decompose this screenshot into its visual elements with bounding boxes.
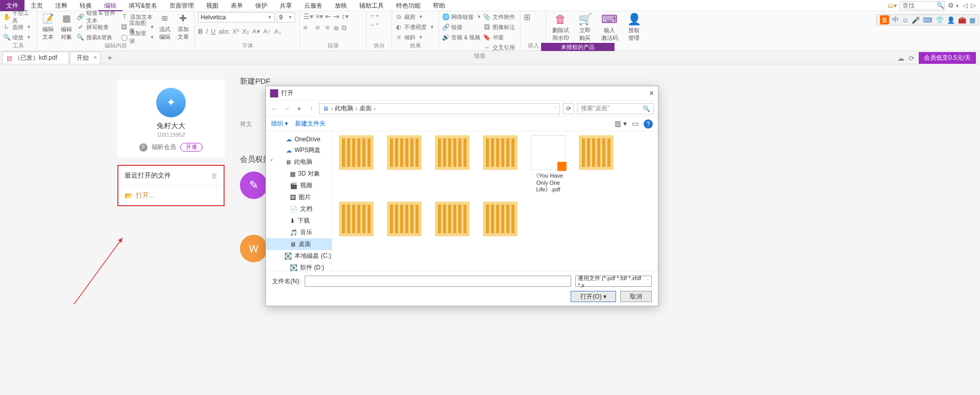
dialog-help-button[interactable]: ? (644, 119, 653, 129)
nav-fwd-icon[interactable]: ▷ (971, 2, 976, 9)
tree-node[interactable]: ☁ OneDrive (266, 134, 332, 144)
line-spacing-button[interactable]: ↕▾ (341, 12, 349, 20)
ime-keyboard-icon[interactable]: ⌨ (923, 16, 933, 24)
bookmark-button[interactable]: 🔖书签 (483, 33, 515, 42)
filetype-select[interactable]: 通用文件 (*.pdf *.fdf *.xfdf *.x˅ (575, 276, 652, 287)
align-left-button[interactable]: ≡ (303, 23, 313, 32)
shrink-font-button[interactable]: A↓ (274, 28, 282, 35)
tree-node[interactable]: 🎬 视频 (266, 180, 332, 191)
open-file-link[interactable]: 📂 打开... (118, 186, 224, 205)
subscript-button[interactable]: X₂ (242, 28, 249, 35)
search-icon[interactable]: 🔍 (643, 105, 650, 112)
outdent-button[interactable]: ⇤ (325, 12, 331, 20)
preview-pane-button[interactable]: ▭ (632, 119, 639, 129)
search-input[interactable] (900, 2, 936, 9)
xref-button[interactable]: ↔交叉引用 (483, 43, 515, 52)
menu-view[interactable]: 视图 (200, 0, 225, 11)
file-item[interactable] (480, 135, 520, 193)
tree-node[interactable]: ☁ WPS网盘 (266, 144, 332, 156)
cloud-icon[interactable]: ☁ (897, 54, 904, 62)
avatar[interactable]: ✦ (156, 88, 186, 117)
dialog-close-button[interactable]: × (649, 89, 654, 98)
license-manage-button[interactable]: 👤授权 管理 (623, 12, 645, 42)
file-item[interactable] (432, 135, 472, 193)
file-item[interactable] (384, 202, 424, 238)
flow-edit-button[interactable]: ≋流式 编辑 (156, 12, 173, 41)
superscript-button[interactable]: X² (232, 28, 239, 35)
menu-form[interactable]: 表单 (225, 0, 249, 11)
tab-document-1[interactable]: ▤ （已发）kdf.pdf (2, 52, 69, 64)
folder-search-icon[interactable]: 🗂▾ (888, 2, 897, 9)
ime-emoji-icon[interactable]: ☺ (902, 16, 909, 24)
flip-button[interactable]: ⤭倾斜▼ (395, 33, 434, 42)
align-right-button[interactable]: ≡ (325, 23, 331, 32)
file-item[interactable] (336, 135, 376, 193)
menu-protect[interactable]: 保护 (249, 0, 274, 11)
buy-now-button[interactable]: 🛒立即 购买 (574, 12, 596, 42)
ime-bar[interactable]: S 中 ☺ 🎤 ⌨ 👕 👤 🧰 ▦ (876, 14, 979, 26)
strike-button[interactable]: abc (218, 28, 229, 35)
file-item[interactable]: 《You Have Only One Life》.pdf (528, 135, 568, 193)
menu-help[interactable]: 帮助 (427, 0, 451, 11)
menu-slideshow[interactable]: 放映 (329, 0, 353, 11)
tree-node[interactable]: 🎵 音乐 (266, 227, 332, 238)
address-bar[interactable]: 🖥 ›此电脑 ›桌面 › ˅ (319, 103, 560, 114)
sync-icon[interactable]: ⟳ (909, 54, 915, 62)
tree-node[interactable]: ▦ 3D 对象 (266, 168, 332, 180)
nav-back-button[interactable]: ← (270, 105, 279, 112)
grow-font-button[interactable]: A↑ (263, 28, 271, 35)
av-button[interactable]: 🔊音频 & 视频 (442, 33, 481, 42)
edit-text-button[interactable]: 📝编辑 文本 (40, 12, 56, 41)
ime-user-icon[interactable]: 👤 (947, 16, 955, 24)
attach-button[interactable]: 📎文件附件 (483, 12, 515, 21)
file-item[interactable] (576, 135, 616, 193)
link-merge[interactable]: 🔗链接 & 合并文本 (77, 12, 119, 21)
refresh-button[interactable]: ⟳ (563, 103, 574, 114)
menu-annotate[interactable]: 注释 (49, 0, 74, 11)
new-tab-button[interactable]: ＋ (102, 52, 118, 64)
file-list[interactable]: 《You Have Only One Life》.pdf (332, 131, 658, 271)
file-item[interactable] (336, 202, 376, 238)
ime-skin-icon[interactable]: 👕 (936, 16, 944, 24)
font-size-select[interactable]: 9▼ (277, 12, 295, 22)
ime-menu-icon[interactable]: ▦ (969, 16, 975, 24)
nav-up-button[interactable]: ↑ (307, 105, 316, 112)
upgrade-button[interactable]: 开通 (180, 143, 203, 152)
split-h-button[interactable]: ⫟▾ (370, 12, 379, 19)
opacity-button[interactable]: ◐不透明度▼ (395, 22, 434, 32)
tree-node[interactable]: 📄 文档 (266, 203, 332, 215)
image-annot-button[interactable]: 🖼图像标注 (483, 22, 515, 32)
nav-back-icon[interactable]: ◁ (963, 2, 968, 9)
nav-forward-button[interactable]: → (282, 105, 291, 112)
nav-recent-button[interactable]: ▾ (295, 105, 304, 112)
menu-pages[interactable]: 页面管理 (163, 0, 200, 11)
path-seg[interactable]: 桌面 (359, 104, 372, 113)
tree-node[interactable]: 🖼 图片 (266, 191, 332, 203)
tab-start[interactable]: 开始 × (70, 52, 101, 64)
ime-toolbox-icon[interactable]: 🧰 (958, 16, 966, 24)
underline-button[interactable]: U (211, 28, 215, 35)
sogou-icon[interactable]: S (880, 15, 889, 24)
remove-watermark-button[interactable]: 🗑删除试 用水印 (549, 12, 572, 42)
font-color-button[interactable]: A▾ (252, 28, 260, 35)
justify-button[interactable]: ≣ (333, 23, 339, 32)
add-article-button[interactable]: ✚添加 文章 (175, 12, 191, 41)
menu-cloud[interactable]: 云服务 (298, 0, 329, 11)
indent-button[interactable]: ⇥ (333, 12, 339, 20)
folder-tree[interactable]: ☁ OneDrive☁ WPS网盘˅ 🖥 此电脑 ▦ 3D 对象 🎬 视频 🖼 … (266, 131, 332, 271)
zoom-tool[interactable]: 🔍缩放▼ (3, 33, 33, 42)
search-box[interactable]: 🔍 (900, 1, 945, 10)
member-promo[interactable]: 会员低至0.5元/天 (919, 52, 976, 64)
tree-node[interactable]: 💽 本地磁盘 (C:) (266, 250, 332, 262)
search-replace[interactable]: 🔍搜索&替换 (77, 33, 119, 42)
benefit-word-icon[interactable]: W (240, 235, 267, 262)
bold-button[interactable]: B (198, 28, 203, 35)
file-item[interactable] (480, 202, 520, 238)
para-settings-button[interactable]: ⧉ (341, 23, 349, 32)
file-item[interactable] (384, 135, 424, 193)
menu-assist[interactable]: 辅助工具 (353, 0, 390, 11)
menu-fillsign[interactable]: 填写&签名 (122, 0, 163, 11)
spellcheck[interactable]: ✔拼写检查 (77, 22, 119, 32)
tree-node[interactable]: 💽 软件 (D:) (266, 262, 332, 271)
font-name-select[interactable]: Helvetica▼ (198, 12, 275, 22)
